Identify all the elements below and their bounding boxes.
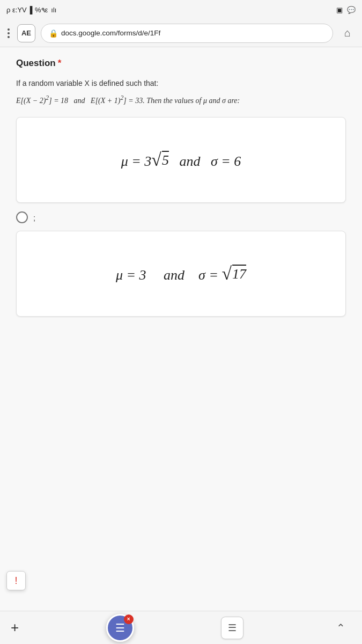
question-header: Question * — [16, 58, 346, 69]
list-button[interactable]: ☰ — [221, 617, 243, 639]
chevron-up-icon: ⌃ — [336, 621, 345, 634]
option-card-1[interactable]: μ = 3√5 and σ = 6 — [16, 117, 346, 203]
exclamation-icon: ! — [14, 575, 17, 587]
screen-icon: ▣ — [336, 6, 343, 14]
ae-button[interactable]: AE — [17, 24, 35, 42]
list-icon: ☰ — [115, 621, 125, 634]
status-right: ▣ 💬 — [336, 6, 356, 14]
home-button[interactable]: ⌂ — [338, 24, 357, 42]
question-title: Question — [16, 58, 56, 69]
nav-bar: AE 🔒 docs.google.com/forms/d/e/1Ff ⌂ — [0, 19, 362, 47]
menu-dots[interactable] — [5, 26, 12, 40]
lock-icon: 🔒 — [49, 29, 58, 38]
plus-button[interactable]: + — [11, 619, 19, 636]
list-lines-icon: ☰ — [228, 622, 237, 634]
address-text: docs.google.com/forms/d/e/1Ff — [61, 29, 160, 37]
chat-icon: 💬 — [347, 6, 356, 14]
option-card-2[interactable]: μ = 3 and σ = √17 — [16, 231, 346, 317]
option-1-math: μ = 3√5 and σ = 6 — [121, 151, 241, 170]
bottom-bar: + ☰ × ☰ ⌃ — [0, 611, 362, 644]
option-2-math: μ = 3 and σ = √17 — [116, 265, 246, 283]
question-equation: E[(X − 2)2] = 18 and E[(X + 1)2] = 33. T… — [16, 92, 346, 107]
signal-icon: ılı — [51, 6, 56, 14]
status-left: ρ ε:ΥV ▌%٩ε ılı — [6, 6, 56, 14]
required-star: * — [58, 58, 62, 69]
feedback-button[interactable]: ! — [6, 571, 26, 590]
address-bar[interactable]: 🔒 docs.google.com/forms/d/e/1Ff — [41, 24, 333, 43]
battery-icon: ▌%٩ε — [30, 6, 48, 14]
status-bar: ρ ε:ΥV ▌%٩ε ılı ▣ 💬 — [0, 0, 362, 19]
main-content: Question * If a random variable X is def… — [0, 47, 362, 644]
radio-option-row[interactable]: ; — [16, 211, 346, 223]
status-signal-text: ρ ε:ΥV — [6, 6, 27, 14]
radio-button-1[interactable] — [16, 211, 28, 223]
center-action-button[interactable]: ☰ × — [106, 614, 134, 642]
chevron-up-button[interactable]: ⌃ — [331, 618, 351, 638]
radio-label-1: ; — [33, 213, 35, 222]
close-badge: × — [124, 614, 134, 624]
question-intro-text: If a random variable X is defined such t… — [16, 77, 346, 89]
equation-text: E[(X − 2)2] = 18 and E[(X + 1)2] = 33. T… — [16, 97, 240, 105]
